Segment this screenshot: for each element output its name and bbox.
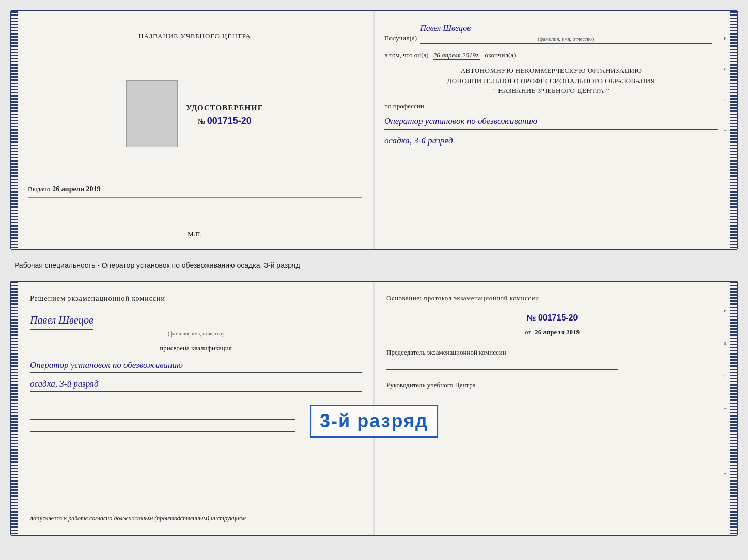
sig-line-2: [30, 410, 295, 420]
finished-label: окончил(а): [485, 51, 516, 59]
left-deco-strip: [11, 11, 18, 249]
org-line2: ДОПОЛНИТЕЛЬНОГО ПРОФЕССИОНАЛЬНОГО ОБРАЗО…: [384, 76, 718, 86]
received-label: Получил(а): [384, 33, 417, 44]
qualification-label: присвоена квалификация: [30, 343, 362, 354]
stamp-overlay: 3-й разряд: [310, 405, 438, 438]
recipient-line: Получил(а) Павел Швецов (фамилия, имя, о…: [384, 22, 718, 44]
chairman-label: Председатель экзаменационной комиссии: [386, 348, 718, 357]
stamp-text: 3-й разряд: [320, 410, 428, 431]
director-sig-line: [386, 394, 618, 403]
fio-sub: (фамилия, имя, отчество): [30, 330, 362, 338]
training-center-title: НАЗВАНИЕ УЧЕБНОГО ЦЕНТРА: [138, 32, 251, 40]
protocol-date: от 26 апреля 2019: [386, 327, 718, 338]
right-side-chars-2: и а ← – – – –: [721, 282, 729, 535]
between-label: Рабочая специальность - Оператор установ…: [10, 259, 738, 271]
person-name-bottom: Павел Швецов: [30, 312, 93, 330]
org-line3: " НАЗВАНИЕ УЧЕБНОГО ЦЕНТРА ": [384, 86, 718, 96]
certificate-section: УДОСТОВЕРЕНИЕ № 001715-20: [186, 104, 263, 134]
mp-label: М.П.: [188, 230, 201, 238]
date-line: в том, что он(а) 26 апреля 2019г. окончи…: [384, 50, 718, 61]
dash1: –: [715, 33, 719, 44]
issued-label: Выдано: [28, 185, 50, 194]
bottom-document: Решением экзаменационной комиссии Павел …: [10, 281, 738, 536]
basis-label: Основание: протокол экзаменационной коми…: [386, 293, 718, 304]
protocol-no: № 001715-20: [386, 311, 718, 325]
protocol-date-value: 26 апреля 2019: [535, 328, 580, 336]
issued-date: 26 апреля 2019: [52, 185, 100, 194]
qual-value: Оператор установок по обезвоживанию: [30, 358, 362, 373]
profession-section: по профессии Оператор установок по обезв…: [384, 101, 718, 149]
director-label: Руководитель учебного Центра: [386, 380, 718, 391]
chairman-sig-line: [386, 360, 618, 370]
cert-label: УДОСТОВЕРЕНИЕ: [186, 104, 263, 113]
top-document: НАЗВАНИЕ УЧЕБНОГО ЦЕНТРА УДОСТОВЕРЕНИЕ №…: [10, 10, 738, 250]
right-deco-strip-2: [730, 282, 737, 535]
cert-no-prefix: №: [198, 118, 205, 125]
допускается-value: работе согласно должностным (производств…: [68, 515, 246, 522]
no-prefix: №: [527, 313, 536, 322]
page-wrapper: НАЗВАНИЕ УЧЕБНОГО ЦЕНТРА УДОСТОВЕРЕНИЕ №…: [10, 10, 738, 536]
photo-placeholder: [126, 80, 178, 147]
org-line1: АВТОНОМНУЮ НЕКОММЕРЧЕСКУЮ ОРГАНИЗАЦИЮ: [384, 66, 718, 76]
no-value: 001715-20: [538, 313, 578, 322]
profession-value: Оператор установок по обезвоживанию: [384, 114, 718, 130]
org-block: АВТОНОМНУЮ НЕКОММЕРЧЕСКУЮ ОРГАНИЗАЦИЮ ДО…: [384, 66, 718, 96]
допускается-section: допускается к работе согласно должностны…: [30, 507, 362, 523]
qual-rank: осадка, 3-й разряд: [30, 377, 362, 391]
right-deco-strip-1: [730, 11, 737, 249]
in-that-label: в том, что он(а): [384, 51, 429, 59]
rank-value: осадка, 3-й разряд: [384, 134, 718, 149]
допускается-label: допускается к: [30, 515, 67, 522]
issued-section: Выдано 26 апреля 2019: [28, 185, 362, 201]
issued-divider: [28, 197, 362, 198]
fio-label-top: (фамилия, имя, отчество): [420, 35, 711, 43]
right-side-chars-1: и а ← – – – –: [721, 11, 729, 249]
doc1-left: НАЗВАНИЕ УЧЕБНОГО ЦЕНТРА УДОСТОВЕРЕНИЕ №…: [18, 11, 372, 249]
left-deco-strip-2: [11, 282, 18, 535]
cert-number: 001715-20: [207, 116, 252, 126]
person-name-wrapper: Павел Швецов (фамилия, имя, отчество): [30, 312, 362, 338]
recipient-name: Павел Швецов: [420, 24, 471, 34]
date-prefix: от: [525, 328, 531, 336]
cert-divider: [186, 131, 263, 131]
sig-line-1: [30, 398, 295, 407]
decision-title: Решением экзаменационной комиссии: [30, 293, 362, 305]
date-value: 26 апреля 2019г.: [433, 51, 480, 60]
sig-line-3: [30, 423, 295, 432]
profession-label: по профессии: [384, 101, 718, 112]
doc1-right: Получил(а) Павел Швецов (фамилия, имя, о…: [372, 11, 730, 249]
